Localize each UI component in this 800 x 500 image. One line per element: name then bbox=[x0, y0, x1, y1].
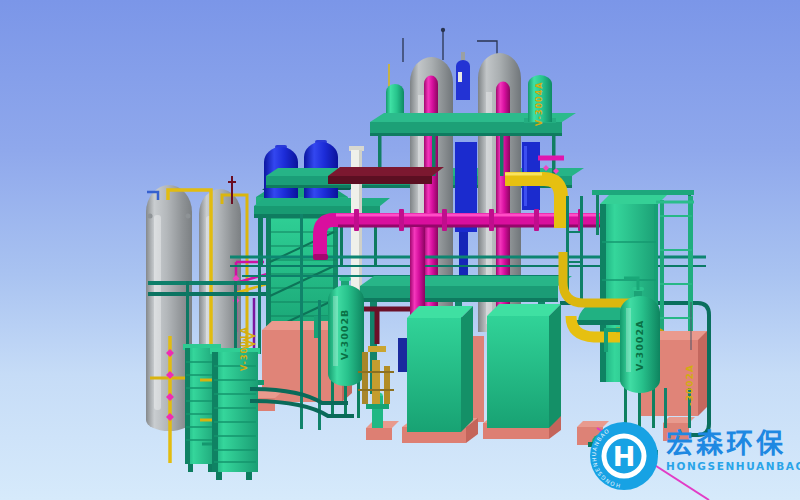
label-vessel-v3004a: V-3004A bbox=[534, 84, 545, 124]
company-logo: H HONGSENHUANBAO 宏森环保 HONGSENHUANBAO bbox=[588, 420, 798, 498]
label-tag-3002a: -3002A bbox=[684, 352, 695, 418]
brand-name-cn: 宏森环保 bbox=[666, 430, 800, 458]
maroon-beam bbox=[328, 167, 444, 184]
label-vessel-v3002b: V-3002B bbox=[338, 295, 350, 373]
right-supports bbox=[566, 196, 583, 302]
label-vessel-v3002a: V-3002A bbox=[633, 305, 645, 385]
plant-3d-render: V-3002B V-3002A V-3004A V-3001A -3002A H… bbox=[0, 0, 800, 500]
logo-emblem: H HONGSENHUANBAO bbox=[588, 420, 660, 492]
label-tag-v3001a: V-3001A bbox=[239, 324, 250, 374]
instrument-antennas bbox=[403, 29, 497, 63]
logo-monogram: H bbox=[613, 441, 636, 472]
brand-name-en: HONGSENHUANBAO bbox=[666, 460, 800, 472]
